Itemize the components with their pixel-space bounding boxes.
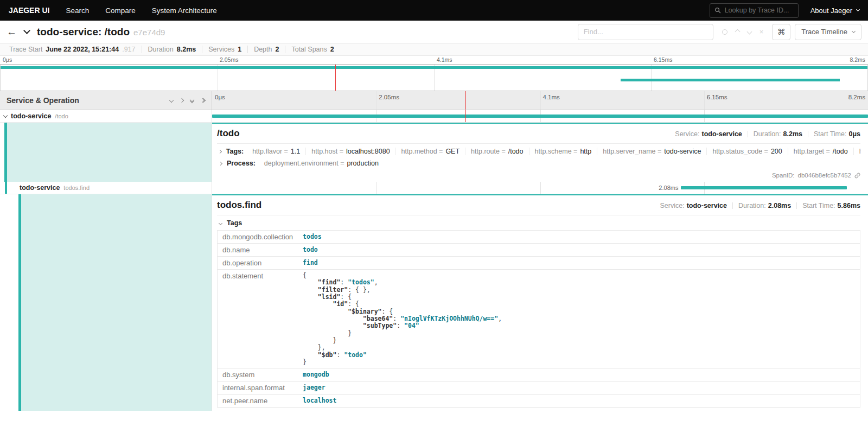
keyboard-shortcuts-button[interactable]: ⌘ [772,24,790,40]
summary-trace-start: Trace Start June 22 2022, 15:21:44.917 [3,46,142,53]
tick-label: 8.2ms [848,94,865,100]
tags-accordion-expanded[interactable]: Tags [217,219,860,227]
trace-collapse-toggle[interactable] [24,28,29,33]
about-jaeger-menu[interactable]: About Jaeger [810,7,859,15]
collapse-all-icon[interactable] [190,98,194,103]
navbar-left: JAEGER UI Search Compare System Architec… [9,6,217,15]
tags-accordion-label: Tags: [226,148,244,155]
span-bar-cell-todos-find[interactable]: 2.08ms [212,182,868,194]
nav-search[interactable]: Search [66,7,89,15]
nav-compare[interactable]: Compare [105,7,136,15]
tag-value: find [298,257,860,270]
tag-pill: http.hostlocalhost:8080 [305,148,395,155]
tags-section-label: Tags [227,219,242,227]
tag-pill: http.server_nametodo-service [597,148,706,155]
tag-pill: http.schemehttp [529,148,597,155]
db-statement-json: { "find": "todos", "filter": { }, "lsid"… [303,272,855,366]
expand-all-icon[interactable] [201,99,205,102]
tag-pill: http.route/todo [465,148,528,155]
divider [732,202,733,209]
table-row: db.name todo [218,244,860,257]
span-color-stripe [18,194,21,411]
service-operation-header: Service & Operation [0,91,212,110]
tag-pill-strip: http.flavor1.1 http.hostlocalhost:8080 h… [247,148,860,155]
chevron-down-icon [856,8,860,11]
toolbar-left: ← todo-service: /todoe7e74d9 [7,26,165,38]
table-row: net.peer.name localhost [218,395,860,408]
jaeger-trace-page: { "navbar": { "brand": "JAEGER UI", "ite… [0,0,868,426]
find-input[interactable] [578,24,713,40]
span-name-cell-todo[interactable]: todo-service /todo [0,110,212,122]
trace-summary-bar: Trace Start June 22 2022, 15:21:44.917 D… [0,43,868,56]
trace-id: e7e74d9 [133,28,165,37]
trace-lookup-input[interactable] [725,7,794,14]
time-cursor-line [335,65,336,91]
minimap-span-bar-todos-find [621,79,840,81]
tick-label: 0μs [215,94,225,100]
tick-label: 8.2ms [850,56,865,63]
tag-key: net.peer.name [218,395,298,408]
app-logo[interactable]: JAEGER UI [9,6,49,15]
navbar-right: About Jaeger [710,3,859,18]
span-duration-label: 2.08ms [659,185,681,191]
span-detail-header: /todo Service:todo-service Duration:8.2m… [217,128,860,139]
span-duration-bar-todo[interactable] [212,115,868,118]
tag-key: internal.span.format [218,382,298,395]
find-match-icon[interactable] [722,29,727,35]
toolbar-right: × ⌘ Trace Timeline [578,24,861,40]
divider [217,143,860,144]
indent-highlight [21,194,212,411]
trace-title: todo-service: /todoe7e74d9 [37,26,165,38]
span-detail-title: /todo [217,128,240,139]
span-detail-row-todos-find: todos.find Service:todo-service Duration… [0,194,868,411]
table-row: db.operation find [218,257,860,270]
tick-label: 4.1ms [543,94,560,100]
span-detail-indent [0,123,212,182]
time-cursor-line [465,91,466,110]
timeline-header: Service & Operation 0μs 2.05ms 4.1ms 6.1… [0,91,868,110]
tags-accordion[interactable]: Tags: http.flavor1.1 http.hostlocalhost:… [217,148,860,155]
minimap-span-bar-todo [1,66,867,69]
span-id-label: SpanID: [772,172,795,179]
tick-label: 6.15ms [654,56,672,63]
span-name-cell-todos-find[interactable]: todo-service todos.find [0,182,212,194]
tag-key: db.operation [218,257,298,270]
find-prev-icon[interactable] [736,30,739,34]
minimap-scrubber[interactable] [0,64,868,91]
span-operation-name: todos.find [63,185,90,191]
collapse-controls [170,98,205,103]
tag-value: jaeger [298,382,860,395]
copy-link-icon[interactable] [854,173,860,179]
table-row: internal.span.format jaeger [218,382,860,395]
tag-value: localhost [298,395,860,408]
trace-view-label: Trace Timeline [801,28,847,36]
nav-system-architecture[interactable]: System Architecture [152,7,217,15]
chevron-down-icon [852,29,856,33]
tree-indent-guide [5,182,7,194]
trace-lookup-box[interactable] [710,3,799,18]
collapse-one-icon[interactable] [170,99,173,102]
span-detail-header: todos.find Service:todo-service Duration… [217,200,860,211]
summary-services: Services 1 [202,46,247,53]
span-operation-name: /todo [55,113,68,119]
expand-one-icon[interactable] [180,99,183,102]
tag-key: db.system [218,368,298,382]
trace-toolbar: ← todo-service: /todoe7e74d9 × ⌘ Trace T… [0,21,868,43]
back-button[interactable]: ← [7,27,17,37]
span-duration-bar-todos-find[interactable] [681,186,847,189]
tag-pill: http.flavor1.1 [247,148,305,155]
span-row-todo: todo-service /todo [0,110,868,123]
chevron-right-icon [217,162,224,165]
span-bar-cell-todo[interactable] [212,110,868,122]
process-accordion[interactable]: Process: deployment.environmentproductio… [217,160,860,167]
find-next-icon[interactable] [748,30,751,34]
tag-key: db.mongodb.collection [218,231,298,244]
trace-view-selector[interactable]: Trace Timeline [795,24,861,40]
tick-label: 4.1ms [437,56,452,63]
tag-value: mongodb [298,368,860,382]
service-operation-label: Service & Operation [7,96,79,105]
find-clear-icon[interactable]: × [760,28,764,35]
span-service-name: todo-service [11,112,51,120]
trace-minimap: 0μs 2.05ms 4.1ms 6.15ms 8.2ms [0,56,868,91]
grid-line [376,91,376,110]
